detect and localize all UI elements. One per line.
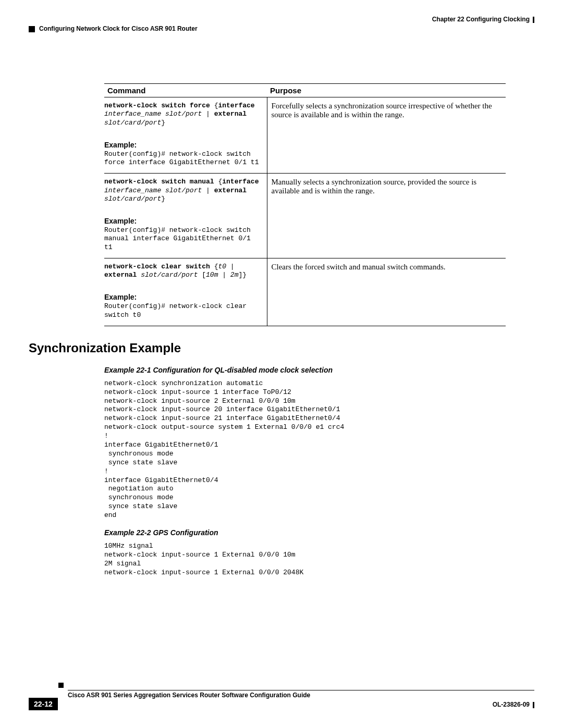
chapter-label: Chapter 22 Configuring Clocking xyxy=(432,16,534,23)
doc-number: OL-23826-09 xyxy=(493,701,534,708)
header-bar-icon xyxy=(533,17,534,23)
command-cell: network-clock clear switch {t0 | externa… xyxy=(104,258,267,326)
table-row: network-clock clear switch {t0 | externa… xyxy=(104,258,506,326)
footer-bar-icon xyxy=(533,702,534,708)
example-label: Example: xyxy=(104,217,262,225)
square-icon xyxy=(58,683,64,688)
example-caption: Example 22-1 Configuration for QL-disabl… xyxy=(104,366,534,374)
page-number: 22-12 xyxy=(29,698,58,710)
example-code: Router(config)# network-clock clear swit… xyxy=(104,302,262,319)
purpose-cell: Forcefully selects a synchronization sou… xyxy=(267,97,506,174)
example-code-block: network-clock synchronization automatic … xyxy=(104,379,534,520)
example-code: Router(config)# network-clock switch for… xyxy=(104,150,262,167)
example-label: Example: xyxy=(104,141,262,149)
purpose-cell: Clears the forced switch and manual swit… xyxy=(267,258,506,326)
section-label: Configuring Network Clock for Cisco ASR … xyxy=(29,25,198,32)
command-syntax: network-clock clear switch {t0 | externa… xyxy=(104,263,262,280)
section-text: Configuring Network Clock for Cisco ASR … xyxy=(39,25,198,32)
section-heading: Synchronization Example xyxy=(29,341,534,355)
page-header: Chapter 22 Configuring Clocking Configur… xyxy=(29,16,534,36)
chapter-text: Chapter 22 Configuring Clocking xyxy=(432,16,530,23)
table-row: network-clock switch force {interface in… xyxy=(104,97,506,174)
col-command: Command xyxy=(104,84,267,97)
example-code-block: 10MHz signal network-clock input-source … xyxy=(104,542,534,577)
example-code: Router(config)# network-clock switch man… xyxy=(104,226,262,252)
page-footer: Cisco ASR 901 Series Aggregation Service… xyxy=(29,690,534,712)
example-caption: Example 22-2 GPS Configuration xyxy=(104,528,534,537)
command-table: Command Purpose network-clock switch for… xyxy=(104,83,506,326)
command-syntax: network-clock switch force {interface in… xyxy=(104,102,262,127)
table-header-row: Command Purpose xyxy=(104,84,506,97)
square-icon xyxy=(29,26,35,32)
example-label: Example: xyxy=(104,293,262,301)
col-purpose: Purpose xyxy=(267,84,506,97)
command-cell: network-clock switch manual {interface i… xyxy=(104,174,267,258)
purpose-cell: Manually selects a synchronization sourc… xyxy=(267,174,506,258)
footer-title: Cisco ASR 901 Series Aggregation Service… xyxy=(68,692,534,699)
command-syntax: network-clock switch manual {interface i… xyxy=(104,178,262,203)
table-row: network-clock switch manual {interface i… xyxy=(104,174,506,258)
command-table-wrap: Command Purpose network-clock switch for… xyxy=(104,83,506,326)
command-cell: network-clock switch force {interface in… xyxy=(104,97,267,174)
